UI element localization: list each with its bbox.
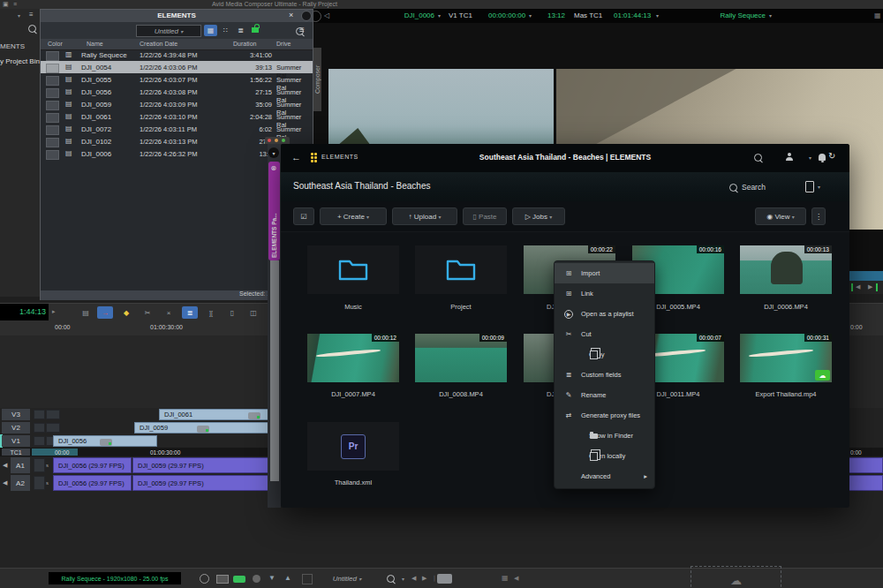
browser-titlebar[interactable]: ← ELEMENTS Southeast Asia Thailand - Bea…	[281, 144, 849, 172]
track-a1-label[interactable]: A1	[11, 457, 30, 473]
file-tile[interactable]: Pr	[307, 422, 399, 471]
effect-mode-button[interactable]: ▯	[224, 306, 240, 319]
chevron-down-icon[interactable]: ▾	[438, 12, 441, 19]
frame-view-button[interactable]: ∷	[219, 25, 232, 36]
step-left-icon[interactable]: ◀	[856, 283, 860, 290]
upload-button[interactable]: ↑ Upload ▾	[392, 207, 457, 225]
upload-dropzone[interactable]: ☁ Drag files here (or tap here) to uploa…	[691, 566, 781, 588]
track-tool-cell[interactable]	[34, 423, 45, 433]
table-row[interactable]: ▤DJI_00551/22/26 4:03:07 PM1:56:22Summer…	[41, 73, 313, 86]
prev-icon[interactable]: ◀	[411, 575, 416, 582]
split-view-button[interactable]: ◫	[245, 306, 261, 319]
account-icon[interactable]	[785, 153, 794, 161]
menu-item-copy[interactable]: Copy	[555, 344, 654, 365]
menu-item-generate-proxy[interactable]: ⇄Generate proxy files	[555, 405, 654, 426]
track-v3-label[interactable]: V3	[2, 409, 30, 420]
table-row[interactable]: ▤DJI_00561/22/26 4:03:08 PM27:15Summer R…	[41, 86, 313, 98]
cut-button[interactable]: ✂	[140, 306, 155, 319]
search-icon[interactable]	[729, 184, 737, 192]
mark-clip-button[interactable]: ◆	[118, 306, 134, 319]
color-swatch[interactable]	[46, 51, 59, 61]
search-icon[interactable]	[387, 575, 395, 583]
color-swatch[interactable]	[46, 88, 59, 98]
step-right-icon[interactable]: ▶	[868, 283, 872, 290]
bin-menu-icon[interactable]	[301, 11, 312, 21]
menu-hamburger-icon[interactable]: ≡	[13, 1, 17, 7]
status-button[interactable]	[437, 574, 452, 584]
kebab-menu-icon[interactable]: ⋮	[811, 207, 826, 225]
video-tile[interactable]: 00:00:12	[307, 334, 399, 382]
close-traffic-light[interactable]	[268, 139, 271, 142]
table-row[interactable]: ▤DJI_00611/22/26 4:03:10 PM2:04:28Summer…	[41, 110, 313, 123]
lift-button[interactable]: ×	[161, 306, 177, 319]
chevron-down-icon[interactable]: ▾	[818, 184, 820, 190]
tile-label[interactable]: Export Thailand.mp4	[740, 390, 832, 398]
chevron-down-icon[interactable]: ▾	[809, 155, 811, 161]
track-a2-label[interactable]: A2	[11, 475, 30, 491]
track-monitor-cell[interactable]	[46, 423, 60, 433]
collapse-panel-icon[interactable]: ▾	[268, 147, 279, 158]
sidebar-item-project-bin[interactable]: y Project Bin	[0, 57, 40, 65]
track-monitor-cell[interactable]	[46, 410, 60, 419]
chevron-down-icon[interactable]: ▾	[529, 12, 532, 19]
color-swatch[interactable]	[46, 138, 59, 147]
mark-out-icon[interactable]	[876, 283, 878, 291]
audio-clip[interactable]: DJI_0056 (29.97 FPS)	[53, 457, 132, 473]
paste-button[interactable]: ▯ Paste	[463, 207, 507, 225]
video-tile[interactable]: 00:00:13	[740, 245, 832, 294]
menu-item-cut[interactable]: ✂Cut	[555, 324, 654, 344]
mark-in-icon[interactable]	[851, 283, 853, 291]
track-tool-cell[interactable]	[34, 436, 45, 446]
track-tool-cell[interactable]	[34, 410, 45, 419]
tile-label[interactable]: Project	[415, 303, 507, 311]
refresh-icon[interactable]: ↻	[828, 151, 835, 161]
folder-tile[interactable]	[415, 245, 507, 294]
up-arrow-icon[interactable]: ▲	[284, 574, 291, 582]
composer-tab[interactable]: Composer	[313, 48, 321, 111]
monitor-icon[interactable]	[216, 575, 229, 584]
create-button[interactable]: + Create ▾	[320, 207, 387, 225]
menu-item-open-locally[interactable]: Open locally	[555, 446, 654, 466]
source-timecode[interactable]: 00:00:00:00	[488, 11, 525, 19]
menu-item-custom-fields[interactable]: ≣Custom fields	[555, 365, 654, 385]
search-preset-dropdown[interactable]: Untitled ▾	[316, 573, 378, 584]
sidebar-item-elements[interactable]: MENTS	[0, 42, 25, 50]
tile-label[interactable]: DJI_0008.MP4	[415, 390, 507, 398]
table-row[interactable]: ▤DJI_00591/22/26 4:03:09 PM35:09Summer R…	[41, 98, 313, 110]
column-date[interactable]: Creation Date	[140, 41, 177, 47]
chevron-down-icon[interactable]: ▾	[402, 576, 404, 582]
view-button[interactable]: ◉ View ▾	[755, 207, 806, 225]
chevron-down-icon[interactable]: ▾	[656, 12, 659, 19]
tile-label[interactable]: Music	[307, 303, 399, 311]
source-clip-name[interactable]: DJI_0006	[368, 11, 434, 19]
close-circle-icon[interactable]: ⊗	[271, 164, 277, 172]
menu-item-import[interactable]: ⊞Import	[555, 263, 654, 283]
close-icon[interactable]: ×	[289, 11, 293, 19]
bin-preset-dropdown[interactable]: Untitled ▾	[136, 25, 201, 37]
video-tile[interactable]: 00:00:09	[415, 334, 507, 382]
table-view-button[interactable]: ▦	[204, 25, 217, 36]
audio-clip[interactable]: DJI_0056 (29.97 FPS)	[53, 475, 132, 491]
jobs-button[interactable]: ▷ Jobs ▾	[512, 207, 565, 225]
track-v2-label[interactable]: V2	[2, 422, 30, 433]
timeline-timecode[interactable]: 1:44:13	[0, 304, 49, 320]
target-icon[interactable]	[200, 574, 209, 584]
zoom-traffic-light[interactable]	[282, 139, 285, 142]
search-icon[interactable]	[28, 25, 36, 33]
table-row[interactable]: ▥Rally Sequece1/22/26 4:39:48 PM3:41:00	[41, 49, 313, 61]
sidebar-menu-icon[interactable]: ≡	[29, 11, 34, 19]
select-all-button[interactable]: ☑	[293, 207, 314, 225]
extract-splice-button[interactable]: →	[97, 306, 113, 319]
track-tc1-label[interactable]: TC1	[2, 449, 30, 456]
tile-label[interactable]: DJI_0007.MP4	[307, 390, 399, 398]
bin-fast-menu-icon[interactable]: ≡	[299, 25, 305, 34]
speaker-icon[interactable]: ◀	[3, 479, 7, 486]
fast-menu-button[interactable]: ▤	[78, 306, 94, 319]
column-name[interactable]: Name	[87, 41, 103, 47]
column-color[interactable]: Color	[48, 41, 63, 47]
speaker-icon[interactable]: ◀	[3, 462, 7, 469]
bin-window-titlebar[interactable]: ELEMENTS ×	[41, 10, 313, 23]
left-arrow-icon[interactable]: ◀	[514, 575, 518, 582]
track-tool-cell[interactable]	[34, 476, 45, 490]
color-swatch[interactable]	[46, 64, 59, 73]
